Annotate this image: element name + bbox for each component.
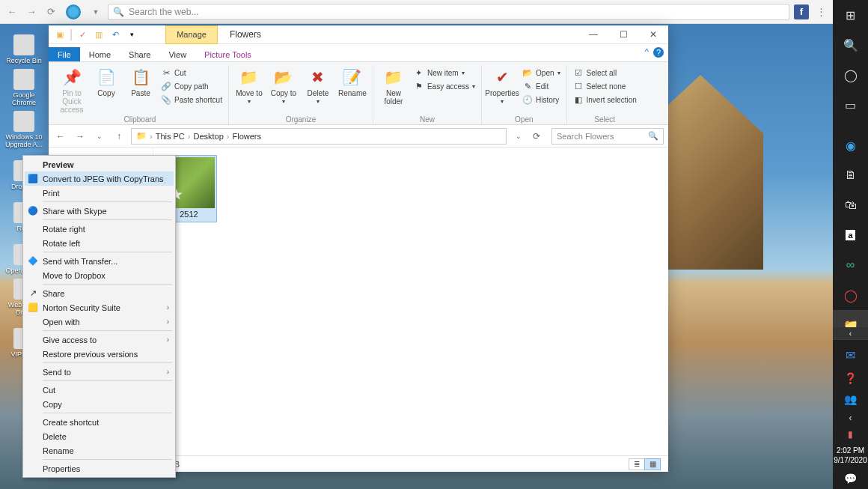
mail-icon[interactable]: ✉ <box>833 340 868 370</box>
tab-picture-tools[interactable]: Picture Tools <box>195 47 260 61</box>
collapse-ribbon-icon[interactable]: ^ <box>645 47 649 58</box>
breadcrumb-item[interactable]: Flowers <box>233 132 262 141</box>
breadcrumb[interactable]: 📁 › This PC › Desktop › Flowers <box>131 128 507 145</box>
context-menu-item[interactable]: Cut <box>25 383 174 397</box>
refresh-button[interactable]: ⟳ <box>529 129 544 144</box>
tab-view[interactable]: View <box>159 47 195 61</box>
properties-icon[interactable]: ✓ <box>76 28 89 41</box>
help-tray-icon[interactable]: ❓ <box>833 368 868 389</box>
rename-button[interactable]: 📝Rename <box>337 65 368 114</box>
maximize-button[interactable]: ☐ <box>608 25 638 44</box>
menu-button[interactable]: ⋮ <box>813 4 828 19</box>
move-to-button[interactable]: 📁Move to▾ <box>233 65 265 114</box>
amazon-icon[interactable]: a <box>833 220 868 250</box>
context-menu-item[interactable]: Copy <box>25 397 174 411</box>
context-menu-item[interactable]: Create shortcut <box>25 415 174 429</box>
search-field[interactable]: Search Flowers 🔍 <box>551 128 664 145</box>
close-button[interactable]: ✕ <box>638 25 668 44</box>
system-clock[interactable]: 2:02 PM 9/17/2020 <box>834 443 867 468</box>
context-menu-item[interactable]: Rotate left <box>25 236 174 250</box>
context-menu-item[interactable]: 🔵Share with Skype <box>25 204 174 218</box>
context-menu-item[interactable]: Preview <box>25 157 174 171</box>
up-button[interactable]: ↑ <box>111 129 126 144</box>
edge-icon[interactable]: ◉ <box>833 130 868 160</box>
edit-button[interactable]: ✎Edit <box>521 80 561 92</box>
breadcrumb-item[interactable]: Desktop <box>193 132 223 141</box>
copy-button[interactable]: 📄 Copy <box>91 65 122 114</box>
breadcrumb-item[interactable]: This PC <box>156 132 185 141</box>
select-all-button[interactable]: ☑Select all <box>572 67 638 79</box>
opera-icon[interactable]: ◯ <box>833 280 868 310</box>
context-menu-item[interactable]: 🔷Send with Transfer... <box>25 254 174 268</box>
context-menu-item[interactable]: Send to› <box>25 365 174 379</box>
delete-button[interactable]: ✖Delete▾ <box>302 65 334 114</box>
store-icon[interactable]: 🛍 <box>833 190 868 220</box>
show-hidden-icons[interactable]: ‹ <box>833 327 868 339</box>
tray-icon[interactable]: ▮ <box>833 426 868 443</box>
back-button[interactable]: ← <box>53 129 68 144</box>
easy-access-button[interactable]: ⚑Easy access ▾ <box>412 80 477 92</box>
breadcrumb-dropdown[interactable]: ⌄ <box>511 129 526 144</box>
context-menu-item[interactable]: Open with› <box>25 315 174 329</box>
desktop-icon[interactable]: Windows 10 Upgrade A... <box>3 111 45 150</box>
notifications-icon[interactable]: 💬 <box>833 468 868 489</box>
new-item-button[interactable]: ✦New item ▾ <box>412 67 477 79</box>
select-none-button[interactable]: ☐Select none <box>572 80 638 92</box>
start-icon[interactable]: ⊞ <box>833 0 868 30</box>
context-menu-item[interactable]: Give access to› <box>25 332 174 347</box>
app-icon[interactable]: ∞ <box>833 250 868 280</box>
context-menu-item[interactable]: 🟦Convert to JPEG with CopyTrans <box>25 171 174 186</box>
properties-button[interactable]: ✔Properties▾ <box>486 65 518 114</box>
search-icon[interactable]: 🔍 <box>833 30 868 60</box>
minimize-button[interactable]: — <box>578 25 608 44</box>
desktop-icon[interactable]: Google Chrome <box>3 69 45 108</box>
forward-button[interactable]: → <box>73 129 88 144</box>
ie-dropdown[interactable]: ▼ <box>88 4 103 19</box>
new-folder-icon[interactable]: ▥ <box>92 28 106 41</box>
open-button[interactable]: 📂Open ▾ <box>521 67 561 79</box>
new-folder-button[interactable]: 📁New folder <box>378 65 409 114</box>
content-pane[interactable]: ✓ 2512 <box>153 148 668 455</box>
facebook-icon[interactable]: f <box>794 4 809 19</box>
context-menu-item[interactable]: Delete <box>25 429 174 443</box>
ie-icon[interactable] <box>66 4 81 19</box>
search-input[interactable]: 🔍 Search the web... <box>108 4 789 20</box>
tab-home[interactable]: Home <box>80 47 120 61</box>
copy-path-button[interactable]: 🔗Copy path <box>159 80 224 92</box>
context-menu-item[interactable]: Move to Dropbox <box>25 268 174 282</box>
context-menu-item[interactable]: Rename <box>25 443 174 458</box>
task-view-icon[interactable]: ▭ <box>833 90 868 120</box>
copy-to-button[interactable]: 📂Copy to▾ <box>268 65 299 114</box>
context-menu-item[interactable]: Properties <box>25 461 174 476</box>
tab-share[interactable]: Share <box>120 47 159 61</box>
document-icon[interactable]: 🗎 <box>833 160 868 190</box>
paste-button[interactable]: 📋 Paste <box>125 65 156 114</box>
invert-selection-button[interactable]: ◧Invert selection <box>572 94 638 106</box>
qat-dropdown[interactable]: ▾ <box>125 28 138 41</box>
chevron-left-icon[interactable]: ‹ <box>833 410 868 426</box>
context-menu-item[interactable]: Restore previous versions <box>25 347 174 361</box>
cortana-icon[interactable]: ◯ <box>833 60 868 90</box>
cut-button[interactable]: ✂Cut <box>159 67 224 79</box>
people-icon[interactable]: 👥 <box>833 389 868 410</box>
back-button[interactable]: ← <box>4 4 19 19</box>
manage-context-tab[interactable]: Manage <box>165 25 218 44</box>
forward-button[interactable]: → <box>24 4 39 19</box>
tab-file[interactable]: File <box>49 47 80 61</box>
details-view-button[interactable]: ≣ <box>629 458 645 470</box>
thumbnails-view-button[interactable]: ▦ <box>644 458 661 470</box>
help-icon[interactable]: ? <box>653 47 664 58</box>
recent-dropdown[interactable]: ⌄ <box>92 129 107 144</box>
history-button[interactable]: 🕘History <box>521 94 561 106</box>
folder-icon[interactable]: ▣ <box>53 28 67 41</box>
context-menu-item[interactable]: Rotate right <box>25 222 174 236</box>
undo-icon[interactable]: ↶ <box>109 28 122 41</box>
pin-quick-access-button[interactable]: 📌 Pin to Quick access <box>56 65 88 114</box>
icon-label: Recycle Bin <box>6 57 42 64</box>
reload-button[interactable]: ⟳ <box>43 4 58 19</box>
context-menu-item[interactable]: Print <box>25 186 174 200</box>
context-menu-item[interactable]: 🟨Norton Security Suite› <box>25 300 174 315</box>
paste-shortcut-button[interactable]: 📎Paste shortcut <box>159 94 224 106</box>
desktop-icon[interactable]: Recycle Bin <box>3 27 45 66</box>
context-menu-item[interactable]: ↗Share <box>25 286 174 300</box>
